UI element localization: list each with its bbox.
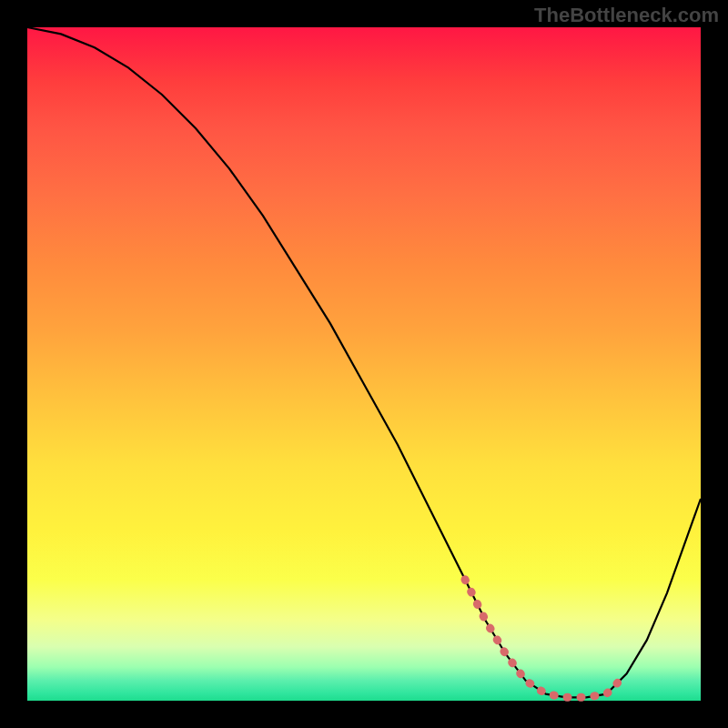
chart-svg	[27, 27, 701, 701]
chart-plot-area	[27, 27, 701, 701]
bottleneck-curve	[27, 27, 701, 697]
watermark-text: TheBottleneck.com	[534, 4, 719, 27]
optimal-range-dots	[465, 580, 620, 698]
